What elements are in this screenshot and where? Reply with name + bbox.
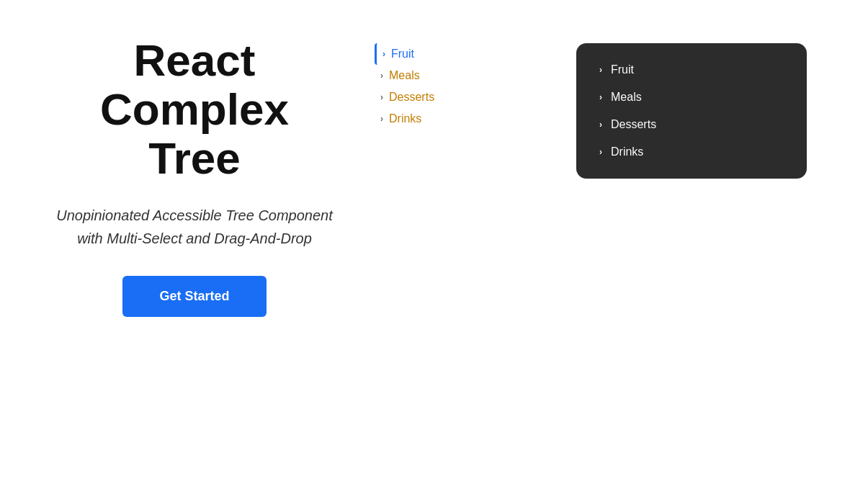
dark-tree-panel: › Fruit › Meals › Desserts › Drinks (576, 43, 807, 179)
chevron-right-icon: › (380, 114, 383, 124)
light-tree-item-fruit[interactable]: › Fruit (375, 43, 547, 65)
chevron-right-icon: › (380, 92, 383, 102)
chevron-right-icon: › (380, 71, 383, 81)
light-tree-item-meals[interactable]: › Meals (375, 65, 547, 86)
dark-tree-section: › Fruit › Meals › Desserts › Drinks (547, 29, 825, 179)
chevron-right-icon: › (599, 120, 602, 130)
light-tree-label-meals: Meals (389, 69, 420, 82)
light-tree-panel: › Fruit › Meals › Desserts › Drinks (346, 29, 547, 130)
page-container: React Complex Tree Unopinionated Accessi… (43, 29, 825, 317)
main-title: React Complex Tree (43, 36, 346, 184)
dark-tree-label-fruit: Fruit (611, 63, 634, 76)
chevron-right-icon: › (599, 147, 602, 157)
dark-tree-item-fruit[interactable]: › Fruit (594, 56, 789, 84)
subtitle: Unopinionated Accessible Tree Component … (43, 204, 346, 250)
dark-tree-label-desserts: Desserts (611, 118, 656, 131)
get-started-button[interactable]: Get Started (122, 276, 267, 317)
light-tree-label-fruit: Fruit (391, 48, 414, 60)
chevron-right-icon: › (382, 49, 385, 59)
dark-tree-item-meals[interactable]: › Meals (594, 84, 789, 111)
light-tree-item-desserts[interactable]: › Desserts (375, 86, 547, 108)
light-tree-label-desserts: Desserts (389, 91, 434, 104)
light-tree-item-drinks[interactable]: › Drinks (375, 108, 547, 130)
dark-tree-label-drinks: Drinks (611, 145, 643, 158)
dark-tree-label-meals: Meals (611, 91, 642, 104)
chevron-right-icon: › (599, 92, 602, 102)
light-tree-label-drinks: Drinks (389, 112, 421, 125)
dark-tree-item-drinks[interactable]: › Drinks (594, 138, 789, 166)
dark-tree-item-desserts[interactable]: › Desserts (594, 111, 789, 138)
hero-section: React Complex Tree Unopinionated Accessi… (43, 29, 346, 317)
chevron-right-icon: › (599, 65, 602, 75)
